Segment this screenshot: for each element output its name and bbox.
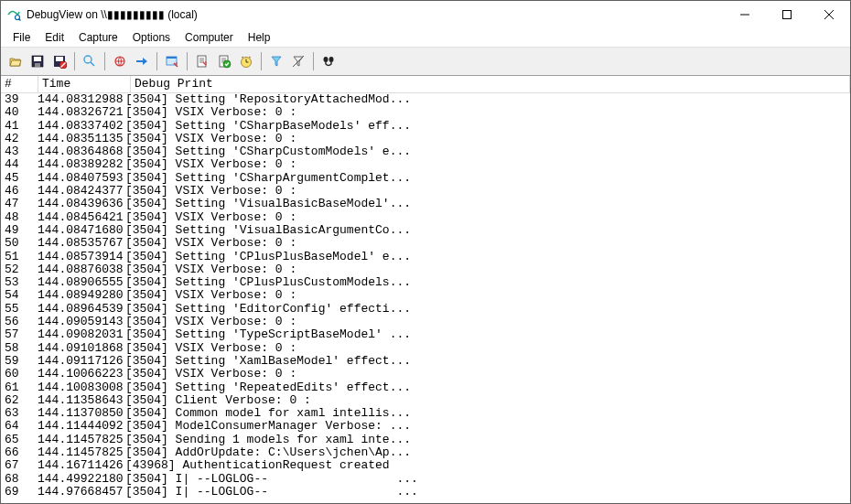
row-number: 63 bbox=[1, 407, 38, 420]
table-row[interactable]: 64144.11444092[3504] ModelConsumerManage… bbox=[1, 420, 850, 433]
open-icon[interactable] bbox=[5, 51, 26, 71]
menu-computer[interactable]: Computer bbox=[178, 29, 241, 46]
row-debug-print: [3504] VSIX Verbose: 0 : bbox=[125, 368, 850, 381]
table-row[interactable]: 51144.08573914[3504] Setting 'CPlusPlusB… bbox=[1, 251, 850, 263]
row-debug-print: [3504] Setting 'RepositoryAttachedMod... bbox=[125, 93, 850, 106]
col-number[interactable]: # bbox=[1, 76, 38, 92]
row-debug-print: [3504] Setting 'CPlusPlusCustomModels... bbox=[125, 276, 850, 289]
row-number: 56 bbox=[1, 316, 38, 328]
capture-win32-icon[interactable] bbox=[110, 51, 130, 71]
save-icon[interactable] bbox=[27, 51, 48, 71]
find-icon[interactable] bbox=[318, 51, 339, 71]
table-row[interactable]: 65144.11457825[3504] Sending 1 models fo… bbox=[1, 434, 850, 446]
clear-icon[interactable] bbox=[214, 51, 234, 71]
row-debug-print: [3504] AddOrUpdate: C:\Users\jchen\Ap... bbox=[125, 446, 850, 459]
table-row[interactable]: 43144.08364868[3504] Setting 'CSharpCust… bbox=[1, 145, 850, 158]
table-row[interactable]: 60144.10066223[3504] VSIX Verbose: 0 : bbox=[1, 368, 850, 381]
row-debug-print: [43968] AuthenticationRequest created bbox=[125, 459, 850, 472]
minimize-button[interactable] bbox=[724, 1, 766, 28]
row-time: 144.97668457 bbox=[38, 486, 125, 499]
row-number: 54 bbox=[1, 289, 38, 302]
row-debug-print: [3504] Setting 'VisualBasicBaseModel'... bbox=[125, 198, 850, 210]
svg-point-28 bbox=[329, 57, 334, 62]
row-time: 144.08424377 bbox=[38, 185, 125, 198]
table-row[interactable]: 48144.08456421[3504] VSIX Verbose: 0 : bbox=[1, 211, 850, 224]
row-time: 144.08351135 bbox=[38, 133, 125, 145]
row-number: 49 bbox=[1, 224, 38, 237]
row-debug-print: [3504] I| --LOGLOG-- ... bbox=[125, 486, 850, 499]
row-debug-print: [3504] VSIX Verbose: 0 : bbox=[125, 158, 850, 171]
menu-options[interactable]: Options bbox=[125, 29, 178, 46]
table-row[interactable]: 67144.16711426[43968] AuthenticationRequ… bbox=[1, 459, 850, 472]
row-debug-print: [3504] Setting 'CSharpArgumentComplet... bbox=[125, 172, 850, 185]
table-row[interactable]: 56144.09059143[3504] VSIX Verbose: 0 : bbox=[1, 316, 850, 328]
row-time: 144.09101868 bbox=[38, 342, 125, 355]
row-time: 144.08573914 bbox=[38, 251, 125, 263]
table-row[interactable]: 54144.08949280[3504] VSIX Verbose: 0 : bbox=[1, 289, 850, 302]
table-row[interactable]: 40144.08326721[3504] VSIX Verbose: 0 : bbox=[1, 106, 850, 119]
table-row[interactable]: 52144.08876038[3504] VSIX Verbose: 0 : bbox=[1, 263, 850, 276]
row-debug-print: [3504] Setting 'RepeatedEdits' effect... bbox=[125, 381, 850, 394]
filter-icon[interactable] bbox=[266, 51, 286, 71]
table-row[interactable]: 68144.49922180[3504] I| --LOGLOG-- ... bbox=[1, 473, 850, 486]
row-time: 144.08876038 bbox=[38, 263, 125, 276]
autoscroll-icon[interactable] bbox=[192, 51, 212, 71]
table-row[interactable]: 50144.08535767[3504] VSIX Verbose: 0 : bbox=[1, 237, 850, 250]
capture-icon[interactable] bbox=[80, 51, 100, 71]
log-to-file-icon[interactable] bbox=[49, 51, 70, 71]
time-icon[interactable] bbox=[236, 51, 256, 71]
menu-file[interactable]: File bbox=[5, 29, 38, 46]
close-button[interactable] bbox=[808, 1, 850, 28]
row-time: 144.16711426 bbox=[38, 459, 125, 472]
menu-capture[interactable]: Capture bbox=[71, 29, 125, 46]
svg-line-14 bbox=[91, 62, 94, 66]
svg-point-27 bbox=[324, 57, 329, 62]
table-row[interactable]: 42144.08351135[3504] VSIX Verbose: 0 : bbox=[1, 133, 850, 145]
table-row[interactable]: 59144.09117126[3504] Setting 'XamlBaseMo… bbox=[1, 355, 850, 368]
svg-rect-20 bbox=[198, 56, 206, 67]
row-number: 39 bbox=[1, 93, 38, 106]
table-row[interactable]: 61144.10083008[3504] Setting 'RepeatedEd… bbox=[1, 381, 850, 394]
toolbar-separator bbox=[156, 52, 157, 70]
row-time: 144.11457825 bbox=[38, 446, 125, 459]
row-number: 40 bbox=[1, 106, 38, 119]
table-row[interactable]: 55144.08964539[3504] Setting 'EditorConf… bbox=[1, 303, 850, 316]
table-row[interactable]: 41144.08337402[3504] Setting 'CSharpBase… bbox=[1, 120, 850, 133]
table-row[interactable]: 39144.08312988[3504] Setting 'Repository… bbox=[1, 93, 850, 106]
row-time: 144.08407593 bbox=[38, 172, 125, 185]
row-debug-print: [3504] VSIX Verbose: 0 : bbox=[125, 342, 850, 355]
menu-help[interactable]: Help bbox=[241, 29, 278, 46]
table-row[interactable]: 66144.11457825[3504] AddOrUpdate: C:\Use… bbox=[1, 446, 850, 459]
col-debug-print[interactable]: Debug Print bbox=[131, 76, 850, 92]
table-row[interactable]: 63144.11370850[3504] Common model for xa… bbox=[1, 407, 850, 420]
row-time: 144.08906555 bbox=[38, 276, 125, 289]
maximize-button[interactable] bbox=[766, 1, 808, 28]
table-row[interactable]: 53144.08906555[3504] Setting 'CPlusPlusC… bbox=[1, 276, 850, 289]
table-row[interactable]: 69144.97668457[3504] I| --LOGLOG-- ... bbox=[1, 486, 850, 499]
log-grid[interactable]: 39144.08312988[3504] Setting 'Repository… bbox=[1, 93, 850, 503]
row-time: 144.08364868 bbox=[38, 145, 125, 158]
row-time: 144.11444092 bbox=[38, 420, 125, 433]
menu-edit[interactable]: Edit bbox=[38, 29, 71, 46]
row-number: 51 bbox=[1, 251, 38, 263]
table-row[interactable]: 62144.11358643[3504] Client Verbose: 0 : bbox=[1, 394, 850, 407]
row-debug-print: [3504] Client Verbose: 0 : bbox=[125, 394, 850, 407]
table-row[interactable]: 46144.08424377[3504] VSIX Verbose: 0 : bbox=[1, 185, 850, 198]
table-row[interactable]: 47144.08439636[3504] Setting 'VisualBasi… bbox=[1, 198, 850, 210]
row-debug-print: [3504] Sending 1 models for xaml inte... bbox=[125, 434, 850, 446]
table-row[interactable]: 58144.09101868[3504] VSIX Verbose: 0 : bbox=[1, 342, 850, 355]
table-row[interactable]: 45144.08407593[3504] Setting 'CSharpArgu… bbox=[1, 172, 850, 185]
row-time: 144.10066223 bbox=[38, 368, 125, 381]
table-row[interactable]: 44144.08389282[3504] VSIX Verbose: 0 : bbox=[1, 158, 850, 171]
row-number: 44 bbox=[1, 158, 38, 171]
capture-events-icon[interactable] bbox=[162, 51, 182, 71]
row-number: 61 bbox=[1, 381, 38, 394]
highlight-icon[interactable] bbox=[288, 51, 308, 71]
svg-rect-3 bbox=[783, 11, 792, 19]
row-debug-print: [3504] ModelConsumerManager Verbose: ... bbox=[125, 420, 850, 433]
col-time[interactable]: Time bbox=[38, 76, 131, 92]
row-time: 144.08326721 bbox=[38, 106, 125, 119]
table-row[interactable]: 49144.08471680[3504] Setting 'VisualBasi… bbox=[1, 224, 850, 237]
table-row[interactable]: 57144.09082031[3504] Setting 'TypeScript… bbox=[1, 328, 850, 341]
pass-through-icon[interactable] bbox=[132, 51, 152, 71]
